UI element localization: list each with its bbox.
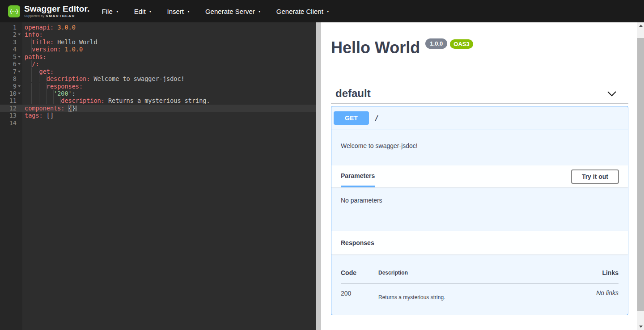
parameters-tab-label: Parameters bbox=[341, 172, 375, 179]
code-line[interactable]: 7 get: bbox=[0, 68, 316, 75]
menu-label: Generate Client bbox=[276, 8, 323, 15]
code-text bbox=[22, 119, 25, 127]
menu-caret-icon: ▼ bbox=[116, 10, 119, 13]
code-text: description: Welcome to swagger-jsdoc! bbox=[22, 75, 185, 82]
fold-cell[interactable] bbox=[17, 60, 22, 68]
code-text: responses: bbox=[22, 83, 83, 90]
menu-edit[interactable]: Edit▼ bbox=[134, 8, 152, 15]
menu-generate-server[interactable]: Generate Server▼ bbox=[205, 8, 261, 15]
code-line[interactable]: 4 version: 1.0.0 bbox=[0, 46, 316, 53]
line-number: 11 bbox=[0, 97, 17, 104]
menu-label: Edit bbox=[134, 8, 146, 15]
code-line[interactable]: 12components: {} bbox=[0, 105, 316, 112]
operation-summary[interactable]: GET / bbox=[331, 106, 628, 130]
tag-name: default bbox=[335, 87, 371, 100]
code-text: version: 1.0.0 bbox=[22, 46, 83, 53]
opblock-get-root: GET / Welcome to swagger-jsdoc! Paramete… bbox=[331, 106, 628, 315]
responses-header-bar: Responses bbox=[331, 231, 628, 254]
response-links: No links bbox=[565, 283, 619, 315]
code-text: title: Hello World bbox=[22, 38, 97, 46]
swagger-editor-logo[interactable]: {···} Swagger Editor. Supported bySMARTB… bbox=[8, 4, 90, 18]
line-number: 12 bbox=[0, 105, 17, 112]
line-number: 7 bbox=[0, 68, 17, 75]
code-fold-icon[interactable] bbox=[18, 63, 21, 65]
code-text: paths: bbox=[22, 53, 47, 60]
fold-cell[interactable] bbox=[17, 31, 22, 38]
pane-splitter[interactable] bbox=[316, 22, 321, 330]
code-line[interactable]: 11 description: Returns a mysterious str… bbox=[0, 97, 316, 104]
code-fold-icon[interactable] bbox=[18, 93, 21, 94]
code-line[interactable]: 2info: bbox=[0, 31, 316, 38]
code-line[interactable]: 14 bbox=[0, 119, 316, 127]
scroll-down-icon bbox=[639, 326, 643, 328]
response-code: 200 bbox=[341, 283, 378, 315]
scrollbar-thumb[interactable] bbox=[637, 38, 644, 311]
code-text: /: bbox=[22, 60, 39, 68]
code-text: tags: [] bbox=[22, 112, 54, 119]
chevron-down-icon[interactable] bbox=[607, 91, 617, 97]
responses-col-description: Description bbox=[378, 263, 565, 283]
code-fold-icon[interactable] bbox=[18, 71, 21, 72]
swagger-braces-icon: {···} bbox=[8, 5, 20, 17]
code-fold-icon[interactable] bbox=[18, 56, 21, 58]
scroll-up-icon bbox=[639, 25, 643, 27]
fold-cell[interactable] bbox=[17, 53, 22, 60]
line-number: 6 bbox=[0, 60, 17, 68]
scroll-up-button[interactable] bbox=[637, 22, 644, 29]
supported-by-label: Supported bySMARTBEAR bbox=[24, 14, 90, 18]
fold-cell bbox=[17, 24, 22, 31]
fold-cell[interactable] bbox=[17, 90, 22, 97]
fold-cell bbox=[17, 46, 22, 53]
code-line[interactable]: 6 /: bbox=[0, 60, 316, 68]
line-number: 13 bbox=[0, 112, 17, 119]
tag-section-default[interactable]: default bbox=[331, 87, 628, 104]
responses-table: Code Description Links 200Returns a myst… bbox=[341, 263, 619, 315]
code-fold-icon[interactable] bbox=[18, 85, 21, 87]
scroll-down-button[interactable] bbox=[637, 323, 644, 330]
response-description: Returns a mysterious string. bbox=[378, 283, 565, 315]
code-line[interactable]: 5paths: bbox=[0, 53, 316, 60]
line-number: 9 bbox=[0, 83, 17, 90]
get-method-button[interactable]: GET bbox=[334, 111, 369, 125]
menu-label: Insert bbox=[167, 8, 184, 15]
smartbear-wordmark: SMARTBEAR bbox=[46, 14, 75, 18]
responses-table-wrapper: Code Description Links 200Returns a myst… bbox=[331, 254, 628, 315]
yaml-code-editor[interactable]: 1openapi: 3.0.02info:3 title: Hello Worl… bbox=[0, 22, 316, 330]
code-line[interactable]: 13tags: [] bbox=[0, 112, 316, 119]
operation-description: Welcome to swagger-jsdoc! bbox=[331, 130, 628, 165]
code-text: openapi: 3.0.0 bbox=[22, 24, 76, 31]
menu-generate-client[interactable]: Generate Client▼ bbox=[276, 8, 330, 15]
line-number: 1 bbox=[0, 24, 17, 31]
try-it-out-button[interactable]: Try it out bbox=[571, 169, 619, 184]
code-line[interactable]: 3 title: Hello World bbox=[0, 38, 316, 46]
menu-caret-icon: ▼ bbox=[258, 10, 261, 13]
menu-insert[interactable]: Insert▼ bbox=[167, 8, 190, 15]
version-badge: 1.0.0 bbox=[425, 38, 447, 49]
code-text: get: bbox=[22, 68, 54, 75]
code-line[interactable]: 8 description: Welcome to swagger-jsdoc! bbox=[0, 75, 316, 82]
menu-label: File bbox=[102, 8, 113, 15]
api-info: Hello World 1.0.0 OAS3 bbox=[331, 38, 628, 57]
fold-cell[interactable] bbox=[17, 83, 22, 90]
brand-title: Swagger Editor. bbox=[24, 4, 90, 13]
parameters-header-bar: Parameters Try it out bbox=[331, 165, 628, 187]
code-line[interactable]: 10 '200': bbox=[0, 90, 316, 97]
vertical-scrollbar[interactable] bbox=[637, 22, 644, 330]
line-number: 10 bbox=[0, 90, 17, 97]
menu-bar: File▼Edit▼Insert▼Generate Server▼Generat… bbox=[102, 8, 345, 15]
tab-parameters[interactable]: Parameters bbox=[341, 165, 375, 187]
swagger-ui-preview: Hello World 1.0.0 OAS3 default GET / Wel… bbox=[321, 22, 637, 330]
line-number: 2 bbox=[0, 31, 17, 38]
text-cursor bbox=[76, 106, 76, 111]
fold-cell[interactable] bbox=[17, 68, 22, 75]
fold-cell bbox=[17, 97, 22, 104]
code-line[interactable]: 1openapi: 3.0.0 bbox=[0, 24, 316, 31]
menu-label: Generate Server bbox=[205, 8, 255, 15]
line-number: 4 bbox=[0, 46, 17, 53]
code-line[interactable]: 9 responses: bbox=[0, 83, 316, 90]
menu-file[interactable]: File▼ bbox=[102, 8, 119, 15]
line-number: 3 bbox=[0, 38, 17, 46]
responses-col-code: Code bbox=[341, 263, 378, 283]
code-fold-icon[interactable] bbox=[18, 34, 21, 35]
responses-title: Responses bbox=[341, 239, 374, 246]
